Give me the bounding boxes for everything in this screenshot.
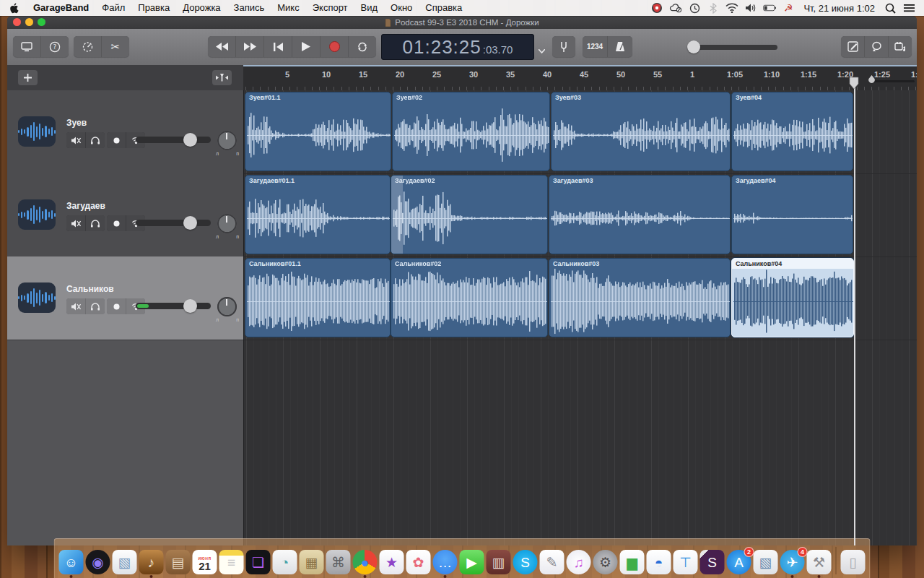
dock-keynote-icon[interactable]: ⊤ (674, 550, 698, 574)
layout-switcher-icon[interactable]: ☭ (782, 2, 795, 14)
audio-region[interactable]: Загудаев#01.1 (245, 175, 391, 254)
count-in-button[interactable]: 1234 (583, 36, 607, 57)
dock-messages-icon[interactable]: … (433, 550, 458, 574)
dock-photo-booth-icon[interactable]: ▥ (487, 550, 511, 574)
go-to-beginning-button[interactable] (264, 36, 292, 57)
tracks-timeline[interactable]: Зуев#01.1Зуев#02Зуев#03Зуев#04Загудаев#0… (243, 90, 917, 545)
dock-puzzle-app-icon[interactable]: ▦ (300, 550, 324, 574)
audio-region[interactable]: Зуев#02 (392, 92, 550, 171)
menu-appname[interactable]: GarageBand (27, 0, 95, 16)
track-lane-3[interactable]: Сальников#01.1Сальников#02Сальников#03Са… (244, 256, 917, 340)
mute-button[interactable] (66, 215, 85, 231)
menu-запись[interactable]: Запись (227, 0, 271, 16)
audio-region[interactable]: Сальников#03 (549, 258, 731, 337)
audio-region[interactable]: Сальников#02 (391, 258, 548, 337)
track-header-filter-button[interactable] (212, 70, 232, 85)
menu-экспорт[interactable]: Экспорт (306, 0, 354, 16)
menu-справка[interactable]: Справка (419, 0, 468, 16)
lcd-display[interactable]: 01:23:25 :03.70 (381, 34, 534, 60)
time-machine-icon[interactable] (688, 2, 701, 14)
dock-telegram-icon[interactable]: ✈4 (780, 550, 805, 574)
menu-правка[interactable]: Правка (131, 0, 176, 16)
record-enable-button[interactable] (107, 298, 126, 314)
track-volume-slider[interactable] (136, 137, 211, 143)
track-volume-slider[interactable] (136, 220, 211, 226)
audio-region[interactable]: Загудаев#03 (549, 175, 731, 254)
dock-contacts-icon[interactable]: ▤ (166, 550, 191, 574)
menu-вид[interactable]: Вид (354, 0, 385, 16)
add-track-button[interactable] (18, 70, 38, 85)
dock-numbers-icon[interactable]: ▆ (620, 550, 645, 574)
metronome-button[interactable] (608, 36, 632, 57)
menu-микс[interactable]: Микс (271, 0, 305, 16)
dock-siri-icon[interactable]: ◉ (86, 550, 110, 574)
zoom-slider-track[interactable] (873, 80, 915, 82)
menu-дорожка[interactable]: Дорожка (176, 0, 227, 16)
menu-clock[interactable]: Чт, 21 июня 1:02 (801, 3, 878, 14)
pan-knob[interactable] (217, 131, 237, 150)
time-ruler[interactable]: 51015202530354045505511:051:101:151:201:… (243, 65, 917, 92)
battery-icon[interactable] (763, 2, 776, 14)
volume-track[interactable] (687, 45, 777, 50)
notepad-button[interactable] (841, 36, 864, 57)
wifi-icon[interactable] (725, 2, 738, 14)
dock-facetime-icon[interactable]: ▶ (460, 550, 484, 574)
dock-toolbox-app-icon[interactable]: ⌘ (326, 550, 351, 574)
tuner-button[interactable] (552, 36, 575, 57)
audio-region[interactable]: Загудаев#04 (731, 175, 853, 254)
minimize-button[interactable] (25, 18, 33, 26)
smart-controls-button[interactable] (74, 36, 101, 57)
dock-screens-app-icon[interactable]: ❏ (246, 550, 271, 574)
solo-button[interactable] (86, 298, 105, 314)
fast-forward-button[interactable] (236, 36, 263, 57)
dock-trash-icon[interactable]: ▯ (841, 550, 866, 574)
quick-help-button[interactable]: ? (41, 36, 69, 57)
audio-region[interactable]: Зуев#04 (731, 92, 853, 171)
library-button[interactable] (13, 36, 40, 57)
media-browser-button[interactable] (889, 36, 912, 57)
play-button[interactable] (292, 36, 320, 57)
solo-button[interactable] (86, 132, 105, 148)
dock-imovie-icon[interactable]: ★ (380, 550, 404, 574)
apple-menu[interactable] (0, 3, 27, 14)
dock-textedit-icon[interactable]: ✎ (540, 550, 565, 574)
audio-region[interactable]: Зуев#01.1 (245, 92, 391, 171)
playhead-line[interactable] (854, 77, 855, 545)
audio-region[interactable]: Загудаев#02 (391, 175, 548, 254)
record-enable-button[interactable] (107, 132, 126, 148)
dock-photos-app-icon[interactable]: ▧ (113, 550, 137, 574)
dock-chrome-icon[interactable]: ● (353, 550, 378, 574)
mute-button[interactable] (66, 298, 85, 314)
dock-automator-icon[interactable]: ⚒ (807, 550, 832, 574)
dock-utility-app-icon[interactable]: ◔ (273, 550, 297, 574)
cloud-sync-icon[interactable] (669, 2, 682, 14)
audio-region[interactable]: Зуев#03 (551, 92, 731, 171)
audio-region[interactable]: Сальников#04 (731, 258, 854, 337)
dock-finder-icon[interactable]: ☺ (59, 550, 84, 574)
dock-preview-icon[interactable]: ▧ (754, 550, 778, 574)
dock-notes-icon[interactable]: ≡ (219, 550, 244, 574)
notification-center-icon[interactable] (902, 2, 915, 14)
track-volume-thumb[interactable] (183, 299, 197, 313)
record-button[interactable] (321, 36, 348, 57)
pan-knob[interactable] (217, 214, 237, 233)
track-header-3[interactable]: Сальниковлп (7, 256, 243, 340)
track-header-1[interactable]: Зуевлп (7, 90, 243, 174)
antivirus-icon[interactable] (650, 2, 663, 14)
track-volume-thumb[interactable] (183, 133, 197, 147)
dock-saucer-app-icon[interactable]: ◓ (647, 550, 671, 574)
solo-button[interactable] (86, 215, 105, 231)
rewind-button[interactable] (208, 36, 235, 57)
bluetooth-icon[interactable] (707, 2, 720, 14)
record-enable-button[interactable] (107, 215, 126, 231)
menu-файл[interactable]: Файл (95, 0, 131, 16)
cycle-button[interactable] (349, 36, 376, 57)
dock-system-preferences-icon[interactable]: ⚙ (593, 550, 618, 574)
track-volume-slider[interactable] (136, 303, 211, 309)
track-header-2[interactable]: Загудаевлп (7, 173, 243, 257)
zoom-button[interactable] (38, 18, 45, 26)
volume-icon[interactable] (744, 2, 757, 14)
track-lane-1[interactable]: Зуев#01.1Зуев#02Зуев#03Зуев#04 (244, 90, 917, 174)
volume-thumb[interactable] (687, 40, 700, 53)
dock-itunes-icon[interactable]: ♫ (567, 550, 591, 574)
